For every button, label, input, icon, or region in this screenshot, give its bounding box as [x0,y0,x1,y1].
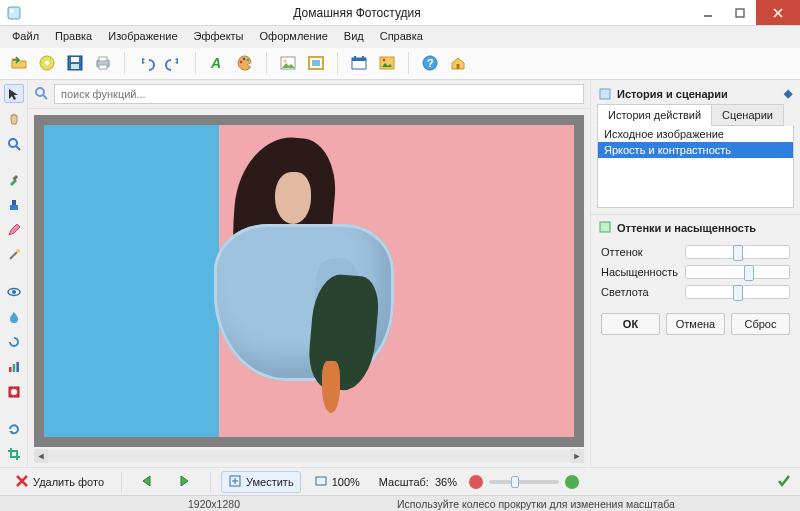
svg-rect-10 [71,64,79,69]
saturation-label: Насыщенность [601,266,677,278]
menu-bar: Файл Правка Изображение Эффекты Оформлен… [0,26,800,48]
zoom-in-icon[interactable] [565,475,579,489]
palette-icon[interactable] [232,50,258,76]
svg-point-15 [240,60,243,63]
brush-tool-icon[interactable] [4,171,24,190]
crop-tool-icon[interactable] [4,444,24,463]
ok-button[interactable]: ОК [601,313,660,335]
picture-icon[interactable] [275,50,301,76]
svg-rect-33 [12,175,18,181]
bottom-bar: Удалить фото Уместить 100% Масштаб: 36% [0,467,800,495]
eye-tool-icon[interactable] [4,282,24,301]
rotate-tool-icon[interactable] [4,419,24,438]
cancel-button[interactable]: Отмена [666,313,725,335]
scroll-right-icon[interactable]: ► [570,449,584,463]
history-row[interactable]: Яркость и контрастность [598,142,793,158]
function-search-input[interactable] [54,84,584,104]
prev-button[interactable] [132,471,164,493]
status-dimensions: 1920x1280 [188,498,240,510]
text-icon[interactable]: A [204,50,230,76]
svg-rect-21 [312,60,320,66]
home-icon[interactable] [445,50,471,76]
history-row[interactable]: Исходное изображение [598,126,793,142]
main-toolbar: A ? [0,48,800,80]
zoom-100-button[interactable]: 100% [307,471,367,493]
calendar-icon[interactable] [346,50,372,76]
svg-point-45 [36,88,44,96]
wand-tool-icon[interactable] [4,246,24,265]
menu-file[interactable]: Файл [6,28,45,44]
arrow-left-icon [139,474,157,490]
disc-icon[interactable] [34,50,60,76]
hue-slider[interactable] [685,245,790,259]
history-panel-icon [599,88,611,100]
print-icon[interactable] [90,50,116,76]
open-icon[interactable] [6,50,32,76]
hsv-panel-title: Оттенки и насыщенность [617,222,756,234]
menu-decorate[interactable]: Оформление [254,28,334,44]
left-toolbox [0,80,28,467]
svg-rect-35 [12,200,16,205]
hsv-panel-icon [599,221,611,235]
zoom-slider[interactable] [489,480,559,484]
lightness-slider[interactable] [685,285,790,299]
svg-rect-47 [600,89,610,99]
lightness-label: Светлота [601,286,677,298]
tab-scenarios[interactable]: Сценарии [711,104,784,126]
apply-check-icon[interactable] [776,473,792,491]
center-area: ◄ ► [28,80,590,467]
levels-tool-icon[interactable] [4,357,24,376]
delete-photo-button[interactable]: Удалить фото [8,471,111,493]
svg-point-39 [12,290,16,294]
swirl-tool-icon[interactable] [4,332,24,351]
pencil-tool-icon[interactable] [4,221,24,240]
reset-button[interactable]: Сброс [731,313,790,335]
menu-image[interactable]: Изображение [102,28,183,44]
frame-icon[interactable] [303,50,329,76]
zoom-out-icon[interactable] [469,475,483,489]
redo-icon[interactable] [161,50,187,76]
minimize-button[interactable] [692,0,724,25]
svg-rect-12 [99,57,107,61]
search-icon [34,86,48,102]
menu-effects[interactable]: Эффекты [188,28,250,44]
right-panel: История и сценарии ◆ История действий Сц… [590,80,800,467]
zoom-100-label: 100% [332,476,360,488]
panel-collapse-icon[interactable]: ◆ [784,87,792,100]
image-canvas[interactable] [34,115,584,447]
clone-tool-icon[interactable] [4,196,24,215]
history-list[interactable]: Исходное изображение Яркость и контрастн… [597,126,794,208]
postcard-icon[interactable] [374,50,400,76]
tab-history-actions[interactable]: История действий [597,104,712,126]
svg-text:A: A [210,55,221,71]
menu-edit[interactable]: Правка [49,28,98,44]
zoom-tool-icon[interactable] [4,134,24,153]
photo-content [44,125,574,437]
pointer-tool-icon[interactable] [4,84,24,103]
svg-point-16 [243,57,246,60]
svg-point-31 [9,139,17,147]
save-icon[interactable] [62,50,88,76]
hue-label: Оттенок [601,246,677,258]
saturation-slider[interactable] [685,265,790,279]
scale-label: Масштаб: [379,476,429,488]
scroll-left-icon[interactable]: ◄ [34,449,48,463]
scale-value: 36% [435,476,457,488]
close-button[interactable] [756,0,800,25]
fit-button[interactable]: Уместить [221,471,301,493]
svg-point-44 [11,389,17,395]
next-button[interactable] [168,471,200,493]
maximize-button[interactable] [724,0,756,25]
undo-icon[interactable] [133,50,159,76]
horizontal-scrollbar[interactable]: ◄ ► [34,449,584,463]
fit-label: Уместить [246,476,294,488]
menu-help[interactable]: Справка [374,28,429,44]
status-hint: Используйте колесо прокрутки для изменен… [280,498,792,510]
droplet-tool-icon[interactable] [4,307,24,326]
menu-view[interactable]: Вид [338,28,370,44]
hand-tool-icon[interactable] [4,109,24,128]
effects-tool-icon[interactable] [4,382,24,401]
help-icon[interactable]: ? [417,50,443,76]
svg-point-17 [247,58,250,61]
svg-rect-13 [99,65,107,69]
